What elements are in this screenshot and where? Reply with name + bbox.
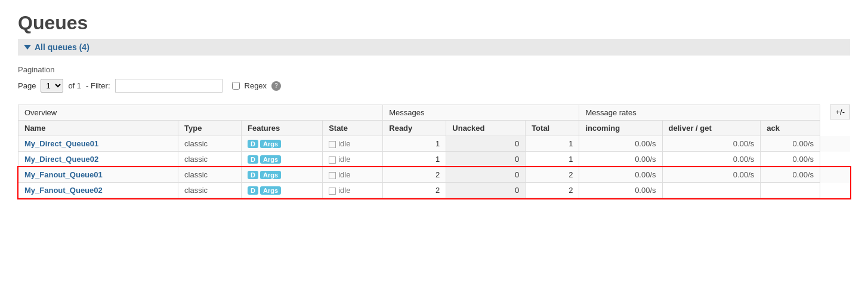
cell-unacked: 0 [446,183,526,198]
group-message-rates: Message rates [579,105,820,121]
cell-state: idle [323,152,383,167]
cell-incoming: 0.00/s [579,152,662,167]
cell-type: classic [178,136,242,152]
cell-name[interactable]: My_Direct_Queue01 [18,136,178,152]
cell-state: idle [323,167,383,183]
cell-features: DArgs [242,167,323,183]
group-header-row: Overview Messages Message rates [18,105,850,121]
table-row[interactable]: My_Fanout_Queue02classicDArgsidle2020.00… [18,183,850,198]
cell-unacked: 0 [446,167,526,183]
cell-features: DArgs [242,183,323,198]
queues-table-wrapper: +/- Overview Messages Message rates Name… [18,105,850,198]
filter-label: - Filter: [86,81,110,90]
cell-unacked: 0 [446,136,526,152]
col-header-row: Name Type Features State Ready Unacked T… [18,121,850,136]
cell-state: idle [323,136,383,152]
cell-ack: 0.00/s [761,136,820,152]
col-ready: Ready [383,121,446,136]
queues-table: Overview Messages Message rates Name Typ… [18,105,850,198]
regex-checkbox[interactable] [232,82,240,90]
cell-incoming: 0.00/s [579,167,662,183]
col-state: State [323,121,383,136]
cell-incoming: 0.00/s [579,183,662,198]
queue-name-link[interactable]: My_Fanout_Queue02 [24,186,103,195]
cell-incoming: 0.00/s [579,136,662,152]
cell-ack: 0.00/s [761,152,820,167]
cell-ack [761,183,820,198]
pagination-row: Page 1 of 1 - Filter: Regex ? [18,79,850,93]
cell-type: classic [178,167,242,183]
pagination-label: Pagination [18,65,850,74]
cell-ready: 2 [383,183,446,198]
col-name: Name [18,121,178,136]
cell-ack: 0.00/s [761,167,820,183]
of-text: of 1 [68,81,81,90]
page-label: Page [18,81,36,90]
col-type: Type [178,121,242,136]
plus-minus-button[interactable]: +/- [830,105,850,119]
cell-features: DArgs [242,152,323,167]
cell-deliver-get: 0.00/s [662,152,761,167]
cell-ready: 1 [383,152,446,167]
cell-name[interactable]: My_Direct_Queue02 [18,152,178,167]
filter-input[interactable] [115,79,223,93]
queue-name-link[interactable]: My_Fanout_Queue01 [24,170,103,179]
regex-help-button[interactable]: ? [271,81,281,91]
cell-total: 2 [526,167,579,183]
regex-label: Regex [245,81,267,90]
cell-name[interactable]: My_Fanout_Queue02 [18,183,178,198]
table-row[interactable]: My_Direct_Queue01classicDArgsidle1010.00… [18,136,850,152]
cell-type: classic [178,152,242,167]
cell-name[interactable]: My_Fanout_Queue01 [18,167,178,183]
col-ack: ack [761,121,820,136]
page-title: Queues [18,12,850,34]
cell-ready: 2 [383,167,446,183]
page-select[interactable]: 1 [41,79,63,93]
all-queues-label: All queues (4) [35,42,89,52]
table-row[interactable]: My_Fanout_Queue01classicDArgsidle2020.00… [18,167,850,183]
cell-deliver-get: 0.00/s [662,136,761,152]
col-features: Features [242,121,323,136]
all-queues-header[interactable]: All queues (4) [18,39,850,56]
cell-total: 1 [526,152,579,167]
cell-unacked: 0 [446,152,526,167]
group-overview: Overview [18,105,383,121]
group-messages: Messages [383,105,579,121]
col-unacked: Unacked [446,121,526,136]
table-row[interactable]: My_Direct_Queue02classicDArgsidle1010.00… [18,152,850,167]
col-total: Total [526,121,579,136]
col-incoming: incoming [579,121,662,136]
cell-deliver-get [662,183,761,198]
cell-type: classic [178,183,242,198]
collapse-icon [24,45,31,50]
queue-name-link[interactable]: My_Direct_Queue02 [24,155,98,164]
cell-ready: 1 [383,136,446,152]
cell-deliver-get: 0.00/s [662,167,761,183]
cell-state: idle [323,183,383,198]
cell-total: 1 [526,136,579,152]
col-deliver-get: deliver / get [662,121,761,136]
cell-total: 2 [526,183,579,198]
cell-features: DArgs [242,136,323,152]
queue-name-link[interactable]: My_Direct_Queue01 [24,139,98,148]
